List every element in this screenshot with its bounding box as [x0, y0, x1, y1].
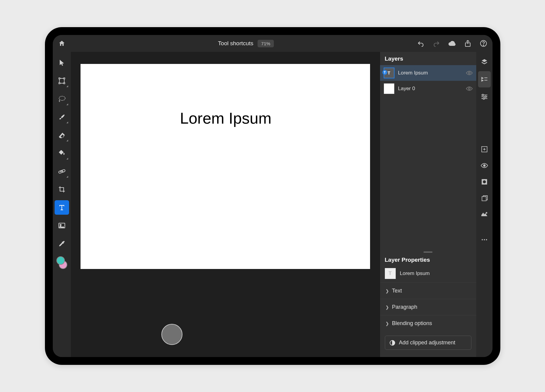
- svg-point-10: [62, 171, 62, 171]
- zoom-level-badge[interactable]: 71%: [258, 40, 274, 47]
- top-bar: Tool shortcuts 71%: [53, 35, 493, 52]
- svg-point-11: [62, 172, 63, 172]
- svg-point-9: [61, 171, 61, 172]
- canvas-text-layer[interactable]: Lorem Ipsum: [180, 109, 271, 127]
- svg-point-19: [483, 98, 484, 100]
- svg-point-7: [59, 96, 65, 100]
- share-icon: [464, 40, 471, 47]
- properties-sliders-button[interactable]: [478, 89, 491, 105]
- cloud-button[interactable]: [448, 39, 456, 48]
- ellipsis-icon: [481, 239, 488, 241]
- help-button[interactable]: [479, 39, 488, 48]
- svg-rect-3: [59, 78, 60, 79]
- eraser-tool[interactable]: [55, 128, 69, 142]
- bandage-icon: [58, 168, 66, 175]
- cloud-icon: [448, 40, 456, 46]
- properties-panel-title: Layer Properties: [380, 254, 476, 266]
- help-icon: [480, 40, 487, 47]
- undo-button[interactable]: [417, 39, 425, 48]
- layer-row[interactable]: Layer 0: [380, 81, 476, 96]
- layer-name-label: Lorem Ipsum: [398, 70, 462, 76]
- lasso-icon: [58, 96, 66, 102]
- left-toolbar: [53, 52, 71, 357]
- clip-icon: [481, 195, 488, 201]
- svg-point-17: [482, 94, 483, 96]
- clip-button[interactable]: [478, 190, 491, 206]
- brush-icon: [58, 113, 65, 121]
- crop-tool[interactable]: [55, 182, 69, 197]
- panel-resize-handle[interactable]: [380, 251, 476, 254]
- redo-button[interactable]: [432, 39, 441, 48]
- section-text[interactable]: ❯ Text: [380, 283, 476, 299]
- properties-thumbnail: T: [385, 268, 396, 279]
- eyedropper-tool[interactable]: [55, 236, 69, 251]
- effects-button[interactable]: [478, 206, 491, 223]
- tablet-frame: Tool shortcuts 71%: [45, 27, 500, 365]
- svg-point-18: [485, 96, 486, 98]
- touch-shortcut-puck[interactable]: [161, 324, 182, 345]
- chevron-right-icon: ❯: [385, 305, 389, 310]
- mask-button[interactable]: [478, 174, 491, 190]
- eye-icon: [466, 86, 473, 91]
- color-swatches[interactable]: [56, 256, 68, 270]
- section-blending[interactable]: ❯ Blending options: [380, 315, 476, 331]
- undo-icon: [417, 40, 424, 47]
- section-label: Paragraph: [392, 304, 417, 310]
- document-title: Tool shortcuts: [218, 40, 253, 47]
- visibility-toggle[interactable]: [466, 86, 473, 91]
- home-icon: [58, 40, 65, 47]
- eye-icon: [466, 71, 473, 75]
- eye-icon: [481, 163, 488, 168]
- svg-rect-5: [59, 83, 60, 84]
- layers-compact-button[interactable]: [478, 54, 491, 70]
- fill-tool[interactable]: [55, 146, 69, 160]
- layers-stack-icon: [481, 58, 488, 65]
- brush-tool[interactable]: [55, 110, 69, 124]
- move-tool[interactable]: [55, 55, 69, 70]
- canvas-area[interactable]: Lorem Ipsum: [71, 52, 380, 357]
- place-image-tool[interactable]: [55, 218, 69, 233]
- redo-icon: [433, 40, 440, 47]
- layers-detailed-button[interactable]: [478, 71, 491, 87]
- chevron-right-icon: ❯: [385, 321, 389, 326]
- transform-tool[interactable]: [55, 74, 69, 88]
- section-paragraph[interactable]: ❯ Paragraph: [380, 299, 476, 315]
- svg-point-25: [482, 239, 483, 240]
- svg-point-15: [468, 88, 470, 90]
- visibility-panel-button[interactable]: [478, 157, 491, 174]
- properties-layer-header: T Lorem Ipsum: [380, 266, 476, 283]
- svg-point-14: [468, 72, 470, 74]
- add-layer-button[interactable]: [478, 141, 491, 157]
- type-icon: [59, 204, 65, 211]
- add-clipped-adjustment-button[interactable]: Add clipped adjustment: [385, 336, 471, 350]
- properties-layer-name: Lorem Ipsum: [400, 270, 430, 277]
- adjustment-icon: [389, 340, 395, 346]
- section-label: Text: [392, 288, 402, 294]
- more-options-button[interactable]: [478, 232, 491, 248]
- right-icon-strip: [476, 52, 493, 357]
- canvas[interactable]: Lorem Ipsum: [81, 64, 370, 269]
- svg-rect-24: [482, 197, 486, 201]
- svg-point-26: [484, 239, 485, 240]
- cursor-icon: [59, 59, 65, 66]
- chevron-right-icon: ❯: [385, 289, 389, 293]
- type-tool[interactable]: [55, 200, 69, 215]
- lasso-tool[interactable]: [55, 92, 69, 106]
- foreground-color-swatch[interactable]: [56, 256, 65, 265]
- fx-icon: [481, 211, 488, 217]
- transform-icon: [58, 77, 65, 84]
- image-icon: [58, 223, 65, 229]
- mask-icon: [481, 179, 488, 185]
- layer-thumbnail: [384, 83, 394, 94]
- share-button[interactable]: [464, 39, 472, 48]
- layer-row[interactable]: T T Lorem Ipsum: [380, 65, 476, 81]
- plus-square-icon: [481, 146, 488, 153]
- home-button[interactable]: [58, 39, 66, 48]
- crop-icon: [58, 186, 65, 193]
- eraser-icon: [58, 132, 65, 138]
- visibility-toggle[interactable]: [466, 71, 473, 75]
- svg-rect-6: [64, 83, 65, 84]
- heal-tool[interactable]: [55, 164, 69, 179]
- paint-bucket-icon: [58, 150, 66, 157]
- layer-thumbnail: T T: [384, 68, 394, 78]
